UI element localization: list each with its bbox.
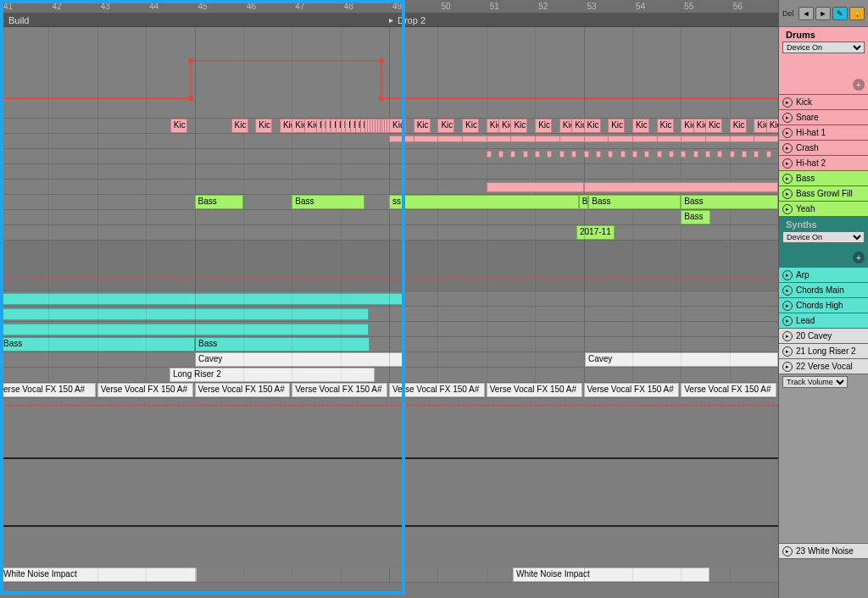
play-icon[interactable] [782,204,793,214]
clip-snare[interactable] [681,136,708,142]
track-header-hihat1[interactable]: Hi-hat 1 [779,125,868,141]
clip-snare[interactable] [705,136,732,142]
play-icon[interactable] [782,346,793,357]
clip-hihat[interactable] [596,151,601,158]
clip-cavey-a[interactable]: Cavey [195,352,403,367]
clip-hihat[interactable] [535,151,540,158]
clip-snare[interactable] [510,136,537,142]
clip-hihat2[interactable] [584,182,779,192]
track-header-lead[interactable]: Lead [779,313,868,329]
track-header-riser[interactable]: 21 Long Riser 2 [779,344,868,359]
clip-hihat[interactable] [669,151,674,158]
clip-snare[interactable] [414,136,441,142]
clip-vocal[interactable]: Verse Vocal FX 150 A# [487,383,582,397]
clip-kick[interactable]: Kic [389,119,406,133]
clip-vocal[interactable]: Verse Vocal FX 150 A# [681,383,776,397]
track-header-verse-vocal[interactable]: 22 Verse Vocal [779,359,868,374]
clip-kick[interactable]: Kic [584,119,601,133]
play-icon[interactable] [782,546,793,556]
lane-riser[interactable]: Long Riser 2 [0,368,778,383]
clip-kick[interactable]: Kic [462,119,479,133]
clip-kick[interactable]: Kic [170,119,187,133]
locator-drop2[interactable]: Drop 2 [389,14,426,26]
clip-kick[interactable]: Kic [608,119,625,133]
clip-hihat[interactable] [584,151,589,158]
clip-kick[interactable]: Kic [510,119,527,133]
device-select-drums[interactable]: Device On [782,42,865,53]
clip-hihat[interactable] [693,151,698,158]
clip-snare[interactable] [535,136,562,142]
track-header-kick[interactable]: Kick [779,95,868,110]
clip-kick[interactable]: Kic [632,119,649,133]
play-icon[interactable] [782,270,793,280]
clip-bass[interactable]: Bass [292,195,364,209]
lane-cavey[interactable]: Cavey Cavey [0,352,778,368]
clip-yeah[interactable]: 2017-11 [576,225,615,240]
lock-envelopes-button[interactable]: 🔒 [849,7,865,20]
clip-vocal[interactable]: Verse Vocal FX 150 A# [195,383,291,397]
automation-mode-button[interactable]: ✎ [832,7,848,20]
lane-synths-group[interactable] [0,241,778,291]
clip-riser[interactable]: Long Riser 2 [170,368,375,382]
device-select-synths[interactable]: Device On [782,231,865,243]
add-lane-button[interactable]: + [853,79,865,91]
play-icon[interactable] [782,331,793,341]
clip-snare[interactable] [657,136,684,142]
clip-bass[interactable]: Bass [681,195,778,209]
lane-drums-group[interactable] [0,27,778,119]
track-header-synths[interactable]: Synths Device On + [779,217,868,268]
clip-snare[interactable] [559,136,587,142]
clip-kick[interactable]: Kic [414,119,431,133]
lane-chords-main[interactable] [0,307,778,322]
clip-snare[interactable] [754,136,778,142]
clip-hihat[interactable] [547,151,552,158]
clip-kick[interactable]: Kic [657,119,674,133]
clip-hihat[interactable] [754,151,759,158]
clip-hihat[interactable] [559,151,565,158]
clip-hihat[interactable] [657,151,662,158]
clip-vocal[interactable]: erse Vocal FX 150 A# [0,383,96,397]
lane-bass-growl[interactable]: Bass [0,210,778,225]
add-lane-button[interactable]: + [853,252,865,263]
clip-hihat2[interactable] [487,182,584,192]
clip-kick[interactable]: Kic [255,119,272,133]
clip-hihat[interactable] [705,151,710,158]
clip-hihat[interactable] [730,151,735,158]
clip-hihat[interactable] [644,151,649,158]
track-volume-select[interactable]: Track Volume [782,376,848,388]
clip-bass[interactable]: Bass [195,195,243,209]
clip-hihat[interactable] [487,151,492,158]
clip-chords-main[interactable] [0,308,369,320]
clip-hihat[interactable] [766,151,771,158]
play-icon[interactable] [782,316,793,326]
track-header-vocal-automation[interactable]: Track Volume [779,374,868,544]
track-header-chords-main[interactable]: Chords Main [779,283,868,298]
clip-bass[interactable]: Ba [579,195,588,209]
clip-hihat[interactable] [510,151,515,158]
clip-lead-b[interactable]: Bass [195,337,370,352]
track-header-crash[interactable]: Crash [779,141,868,156]
clip-hihat[interactable] [620,151,626,158]
locator-build[interactable]: Build [0,14,29,26]
clip-snare[interactable] [437,136,465,142]
clip-snare[interactable] [389,136,416,142]
clip-chords-high[interactable] [0,324,369,335]
lane-crash[interactable] [0,164,778,180]
clip-hihat[interactable] [717,151,722,158]
lane-kick[interactable]: KicKicKicKicKicKicKicKicKicKicKicKicKicK… [0,119,778,134]
track-header-bass[interactable]: Bass [779,171,868,186]
clip-kick[interactable]: Kic [535,119,552,133]
clip-hihat[interactable] [608,151,613,158]
lane-yeah[interactable]: 2017-11 [0,225,778,241]
timeline-ruler[interactable]: 41424344454647484950515253545556 [0,0,778,14]
track-header-yeah[interactable]: Yeah [779,202,868,217]
lane-white-noise[interactable]: White Noise Impact White Noise Impact [0,568,778,583]
play-icon[interactable] [782,174,793,184]
clip-bass[interactable]: Bass [588,195,681,209]
clip-bass[interactable] [403,195,579,209]
clip-vocal[interactable]: Verse Vocal FX 150 A# [389,383,485,397]
track-header-arp[interactable]: Arp [779,268,868,283]
clip-snare[interactable] [584,136,611,142]
clip-snare[interactable] [730,136,757,142]
track-header-chords-high[interactable]: Chords High [779,298,868,313]
